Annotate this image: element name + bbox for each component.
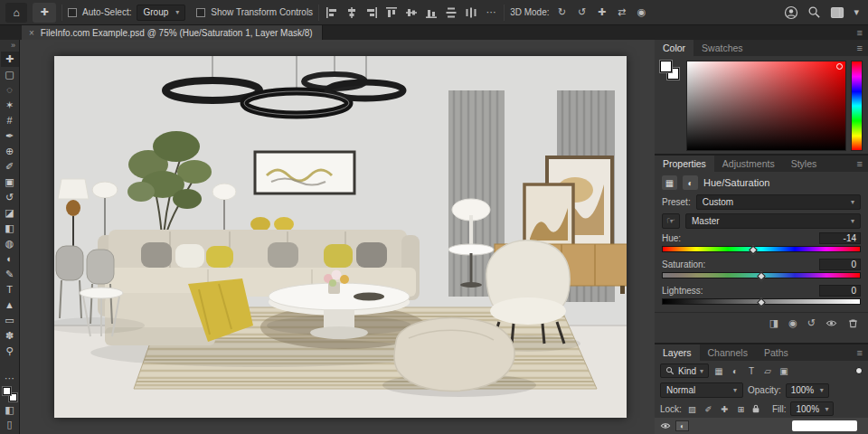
foreground-swatch[interactable] <box>3 387 11 395</box>
lasso-tool[interactable]: ◌ <box>1 82 19 98</box>
toolbar-collapse-button[interactable]: » <box>11 40 19 52</box>
workspace-chevron-button[interactable]: ▾ <box>854 6 859 18</box>
marquee-tool[interactable]: ▢ <box>1 67 19 82</box>
history-brush-tool[interactable]: ↺ <box>1 190 19 205</box>
shape-tool[interactable]: ▭ <box>1 313 19 328</box>
zoom-tool[interactable]: ⚲ <box>1 344 19 359</box>
path-selection-tool[interactable]: ▲ <box>1 297 19 313</box>
auto-select-target-dropdown[interactable]: Group ▾ <box>137 5 185 21</box>
opacity-dropdown[interactable]: 100% ▾ <box>786 383 829 398</box>
layer-visibility-icon[interactable] <box>660 420 671 431</box>
saturation-slider[interactable] <box>662 270 861 281</box>
align-right-button[interactable] <box>364 5 379 21</box>
pasteboard[interactable] <box>20 40 655 434</box>
search-button[interactable] <box>807 5 821 19</box>
align-top-button[interactable] <box>384 5 399 21</box>
filter-toggle[interactable] <box>855 367 863 374</box>
tab-properties[interactable]: Properties <box>655 156 714 172</box>
hand-tool[interactable]: ✽ <box>1 328 19 344</box>
tab-channels[interactable]: Channels <box>700 344 756 361</box>
properties-panel-menu-button[interactable]: ≡ <box>852 156 868 172</box>
dodge-tool[interactable]: ◐ <box>1 251 19 267</box>
clip-to-layer-button[interactable]: ◨ <box>769 317 778 329</box>
lock-position-icon[interactable]: ✚ <box>719 404 731 414</box>
align-center-button[interactable] <box>344 5 359 21</box>
lock-paint-icon[interactable]: ✐ <box>703 404 714 414</box>
filter-adjustment-icon[interactable]: ◐ <box>729 366 741 376</box>
lock-all-icon[interactable] <box>751 403 760 414</box>
align-bottom-button[interactable] <box>424 5 439 21</box>
masks-icon[interactable]: ▦ <box>662 175 677 190</box>
hue-track[interactable] <box>662 246 861 252</box>
color-panel-menu-button[interactable]: ≡ <box>852 40 868 56</box>
quick-mask-button[interactable]: ◧ <box>5 404 14 416</box>
adjustment-layer-thumbnail[interactable]: ◐ <box>675 420 689 431</box>
3d-slide-button[interactable]: ⇄ <box>614 5 628 21</box>
fill-dropdown[interactable]: 100% ▾ <box>790 401 834 416</box>
filter-pixel-icon[interactable]: ▦ <box>712 366 725 376</box>
pen-tool[interactable]: ✎ <box>1 267 19 282</box>
channel-dropdown[interactable]: Master ▾ <box>685 213 861 229</box>
layer-row[interactable]: ◐ <box>655 418 868 434</box>
tab-styles[interactable]: Styles <box>783 156 826 172</box>
tab-layers[interactable]: Layers <box>655 344 700 361</box>
tab-color[interactable]: Color <box>655 40 693 56</box>
preset-dropdown[interactable]: Custom ▾ <box>696 194 861 210</box>
auto-select-checkbox[interactable] <box>68 8 77 17</box>
dock-menu-button[interactable]: ≡ <box>852 25 868 40</box>
previous-state-button[interactable]: ◉ <box>788 317 797 329</box>
healing-brush-tool[interactable]: ⊕ <box>1 144 19 159</box>
clone-stamp-tool[interactable]: ▣ <box>1 175 19 190</box>
align-left-button[interactable] <box>325 5 339 21</box>
filter-shape-icon[interactable]: ▱ <box>761 366 774 376</box>
document-canvas[interactable] <box>54 56 627 418</box>
account-button[interactable] <box>784 5 798 20</box>
reset-button[interactable]: ↺ <box>807 317 816 329</box>
hue-slider[interactable] <box>662 244 861 255</box>
3d-camera-button[interactable]: ◉ <box>634 5 648 21</box>
distribute-vertical-button[interactable] <box>444 5 458 21</box>
3d-roll-button[interactable]: ↺ <box>574 5 589 21</box>
blend-mode-dropdown[interactable]: Normal ▾ <box>660 382 743 398</box>
filter-type-icon[interactable]: T <box>745 366 758 376</box>
targeted-adjustment-button[interactable]: ☞ <box>662 213 680 229</box>
tab-paths[interactable]: Paths <box>756 344 797 361</box>
hue-value-box[interactable]: -14 <box>819 232 861 244</box>
distribute-horizontal-button[interactable] <box>464 5 478 21</box>
3d-orbit-button[interactable]: ↻ <box>554 5 569 21</box>
visibility-button[interactable] <box>826 317 837 329</box>
lock-artboard-icon[interactable]: ⊞ <box>735 404 747 414</box>
brush-tool[interactable]: ✐ <box>1 159 19 175</box>
show-transform-checkbox[interactable] <box>196 8 205 17</box>
screen-mode-button[interactable]: ▯ <box>6 419 12 430</box>
close-icon[interactable]: × <box>29 28 34 38</box>
document-tab[interactable]: × FileInfo.com Example.psd @ 75% (Hue/Sa… <box>22 25 323 40</box>
layer-mask-thumbnail[interactable] <box>792 420 857 431</box>
3d-pan-button[interactable]: ✚ <box>594 5 609 21</box>
type-tool[interactable]: T <box>1 282 19 297</box>
active-tool-button[interactable]: ✚ <box>33 3 56 23</box>
tab-adjustments[interactable]: Adjustments <box>714 156 783 172</box>
delete-button[interactable] <box>847 317 859 329</box>
foreground-background-swatches[interactable] <box>660 61 682 82</box>
quick-selection-tool[interactable]: ✶ <box>1 98 19 113</box>
eraser-tool[interactable]: ◪ <box>1 205 19 221</box>
hue-strip[interactable] <box>851 61 863 151</box>
lightness-value-box[interactable]: 0 <box>819 285 861 297</box>
tab-swatches[interactable]: Swatches <box>693 40 751 56</box>
home-button[interactable]: ⌂ <box>5 3 27 23</box>
color-picker-indicator[interactable] <box>836 63 843 70</box>
crop-tool[interactable]: # <box>1 113 19 128</box>
layers-panel-menu-button[interactable]: ≡ <box>852 344 868 361</box>
foreground-swatch[interactable] <box>660 61 672 72</box>
move-tool[interactable]: ✚ <box>1 52 19 67</box>
eyedropper-tool[interactable]: ✒ <box>1 128 19 144</box>
filter-smart-object-icon[interactable]: ▣ <box>778 366 790 376</box>
saturation-value-box[interactable]: 0 <box>819 259 861 270</box>
blur-tool[interactable]: ◍ <box>1 236 19 251</box>
align-middle-button[interactable] <box>404 5 419 21</box>
layer-filter-dropdown[interactable]: Kind ▾ <box>660 363 709 378</box>
lock-transparency-icon[interactable]: ▨ <box>686 404 698 414</box>
lightness-slider[interactable] <box>662 297 861 307</box>
foreground-background-swatches[interactable] <box>3 387 17 401</box>
